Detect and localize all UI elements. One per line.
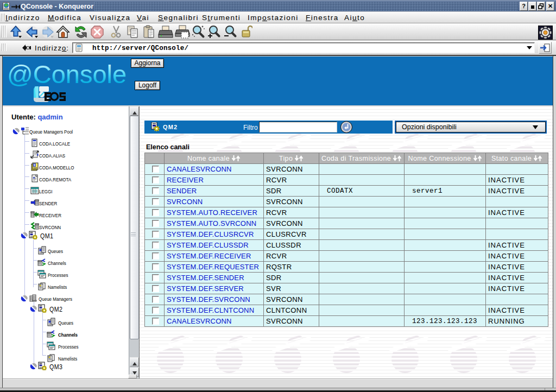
svg-text:@Console: @Console — [7, 60, 127, 88]
